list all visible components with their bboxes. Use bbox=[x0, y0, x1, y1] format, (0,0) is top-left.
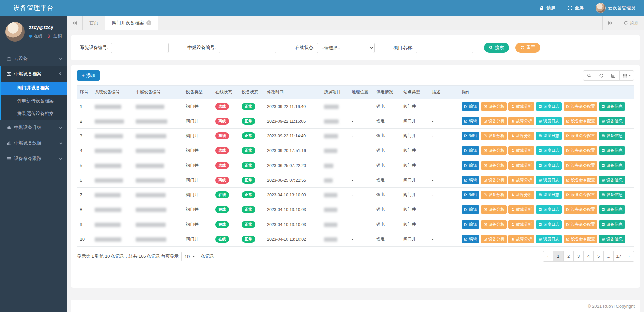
tab-home[interactable]: 首页 bbox=[83, 16, 105, 30]
设备信息-button[interactable]: 设备信息 bbox=[599, 191, 625, 199]
设备信息-button[interactable]: 设备信息 bbox=[599, 161, 625, 170]
设备命令配置-button[interactable]: 设备命令配置 bbox=[564, 117, 597, 125]
设备信息-button[interactable]: 设备信息 bbox=[599, 146, 625, 155]
故障分析-button[interactable]: 故障分析 bbox=[508, 102, 534, 111]
sidebar-item-command-tracking[interactable]: 设备命令跟踪 bbox=[0, 151, 67, 166]
columns-button[interactable] bbox=[619, 70, 634, 81]
tabs-forward-button[interactable] bbox=[602, 16, 618, 30]
设备分析-button[interactable]: 设备分析 bbox=[481, 132, 507, 140]
tab-valve-well-archive[interactable]: 阀门井设备档案 × bbox=[105, 16, 158, 30]
设备分析-button[interactable]: 设备分析 bbox=[481, 102, 507, 111]
sidebar-item-device-data[interactable]: 中燃设备数据 bbox=[0, 135, 67, 151]
设备分析-button[interactable]: 设备分析 bbox=[481, 161, 507, 170]
sidebar-item-device-archive[interactable]: 中燃设备档案 bbox=[1, 66, 67, 82]
sidebar-item-lithium-remote-archive[interactable]: 锂电远传设备档案 bbox=[1, 95, 67, 107]
project-name-input[interactable] bbox=[416, 43, 473, 53]
detail-view-button[interactable] bbox=[607, 70, 620, 81]
sidebar-item-valve-well-archive[interactable]: 阀门井设备档案 bbox=[1, 82, 67, 95]
设备命令配置-button[interactable]: 设备命令配置 bbox=[564, 191, 597, 199]
设备信息-button[interactable]: 设备信息 bbox=[599, 117, 625, 125]
tab-close-icon[interactable]: × bbox=[146, 20, 151, 25]
next-page-button[interactable]: › bbox=[624, 251, 634, 262]
设备分析-button[interactable]: 设备分析 bbox=[481, 205, 507, 214]
调度日志-button[interactable]: 调度日志 bbox=[536, 161, 562, 170]
设备命令配置-button[interactable]: 设备命令配置 bbox=[564, 176, 597, 184]
设备分析-button[interactable]: 设备分析 bbox=[481, 191, 507, 199]
online-state-select[interactable]: --请选择-- bbox=[317, 43, 375, 53]
fullscreen-button[interactable]: 全屏 bbox=[568, 5, 584, 11]
设备信息-button[interactable]: 设备信息 bbox=[599, 132, 625, 140]
故障分析-button[interactable]: 故障分析 bbox=[508, 132, 534, 140]
reset-button[interactable]: 重置 bbox=[515, 43, 540, 53]
设备信息-button[interactable]: 设备信息 bbox=[599, 235, 625, 243]
prev-page-button[interactable]: ‹ bbox=[543, 251, 553, 262]
user-menu[interactable]: 云设备管理员 bbox=[596, 3, 635, 13]
设备分析-button[interactable]: 设备分析 bbox=[481, 117, 507, 125]
sidebar-toggle-button[interactable] bbox=[67, 4, 87, 12]
sidebar-item-cloud-device[interactable]: 云设备 bbox=[0, 51, 67, 66]
故障分析-button[interactable]: 故障分析 bbox=[508, 191, 534, 199]
设备命令配置-button[interactable]: 设备命令配置 bbox=[564, 161, 597, 170]
调度日志-button[interactable]: 调度日志 bbox=[536, 220, 562, 229]
page-button-1[interactable]: 1 bbox=[553, 251, 564, 262]
设备命令配置-button[interactable]: 设备命令配置 bbox=[564, 235, 597, 243]
设备分析-button[interactable]: 设备分析 bbox=[481, 176, 507, 184]
故障分析-button[interactable]: 故障分析 bbox=[508, 146, 534, 155]
system-device-no-input[interactable] bbox=[111, 43, 169, 53]
设备信息-button[interactable]: 设备信息 bbox=[599, 176, 625, 184]
refresh-table-button[interactable] bbox=[595, 70, 607, 81]
编辑-button[interactable]: 编辑 bbox=[462, 205, 479, 214]
page-button-3[interactable]: 3 bbox=[573, 251, 584, 262]
search-button[interactable]: 搜索 bbox=[484, 43, 509, 53]
调度日志-button[interactable]: 调度日志 bbox=[536, 132, 562, 140]
编辑-button[interactable]: 编辑 bbox=[462, 102, 479, 111]
编辑-button[interactable]: 编辑 bbox=[462, 161, 479, 170]
调度日志-button[interactable]: 调度日志 bbox=[536, 235, 562, 243]
编辑-button[interactable]: 编辑 bbox=[462, 146, 479, 155]
调度日志-button[interactable]: 调度日志 bbox=[536, 191, 562, 199]
编辑-button[interactable]: 编辑 bbox=[462, 235, 479, 243]
sidebar-item-assembled-remote-archive[interactable]: 拼装远传设备档案 bbox=[1, 107, 67, 120]
调度日志-button[interactable]: 调度日志 bbox=[536, 102, 562, 111]
page-button-5[interactable]: 5 bbox=[593, 251, 604, 262]
设备信息-button[interactable]: 设备信息 bbox=[599, 102, 625, 111]
show-search-button[interactable] bbox=[583, 70, 595, 81]
故障分析-button[interactable]: 故障分析 bbox=[508, 220, 534, 229]
故障分析-button[interactable]: 故障分析 bbox=[508, 205, 534, 214]
page-button-17[interactable]: 17 bbox=[613, 251, 624, 262]
add-button[interactable]: + 添加 bbox=[77, 70, 100, 81]
故障分析-button[interactable]: 故障分析 bbox=[508, 117, 534, 125]
调度日志-button[interactable]: 调度日志 bbox=[536, 205, 562, 214]
tabs-backward-button[interactable] bbox=[67, 16, 83, 30]
编辑-button[interactable]: 编辑 bbox=[462, 117, 479, 125]
设备命令配置-button[interactable]: 设备命令配置 bbox=[564, 102, 597, 111]
avatar[interactable] bbox=[5, 22, 25, 42]
设备命令配置-button[interactable]: 设备命令配置 bbox=[564, 205, 597, 214]
设备分析-button[interactable]: 设备分析 bbox=[481, 220, 507, 229]
调度日志-button[interactable]: 调度日志 bbox=[536, 146, 562, 155]
page-button-2[interactable]: 2 bbox=[563, 251, 574, 262]
故障分析-button[interactable]: 故障分析 bbox=[508, 161, 534, 170]
编辑-button[interactable]: 编辑 bbox=[462, 132, 479, 140]
调度日志-button[interactable]: 调度日志 bbox=[536, 176, 562, 184]
调度日志-button[interactable]: 调度日志 bbox=[536, 117, 562, 125]
设备分析-button[interactable]: 设备分析 bbox=[481, 146, 507, 155]
refresh-tab-button[interactable]: 刷新 bbox=[618, 16, 644, 30]
设备命令配置-button[interactable]: 设备命令配置 bbox=[564, 132, 597, 140]
设备命令配置-button[interactable]: 设备命令配置 bbox=[564, 220, 597, 229]
lock-screen-button[interactable]: 锁屏 bbox=[539, 5, 555, 11]
page-button-4[interactable]: 4 bbox=[583, 251, 594, 262]
设备命令配置-button[interactable]: 设备命令配置 bbox=[564, 146, 597, 155]
设备信息-button[interactable]: 设备信息 bbox=[599, 205, 625, 214]
page-size-dropdown[interactable]: 10 bbox=[181, 252, 198, 261]
编辑-button[interactable]: 编辑 bbox=[462, 220, 479, 229]
故障分析-button[interactable]: 故障分析 bbox=[508, 176, 534, 184]
sidebar-item-device-upgrade[interactable]: 中燃设备升级 bbox=[0, 120, 67, 135]
设备信息-button[interactable]: 设备信息 bbox=[599, 220, 625, 229]
zr-device-no-input[interactable] bbox=[219, 43, 276, 53]
设备分析-button[interactable]: 设备分析 bbox=[481, 235, 507, 243]
故障分析-button[interactable]: 故障分析 bbox=[508, 235, 534, 243]
logout-link[interactable]: 注销 bbox=[53, 33, 62, 39]
编辑-button[interactable]: 编辑 bbox=[462, 176, 479, 184]
编辑-button[interactable]: 编辑 bbox=[462, 191, 479, 199]
